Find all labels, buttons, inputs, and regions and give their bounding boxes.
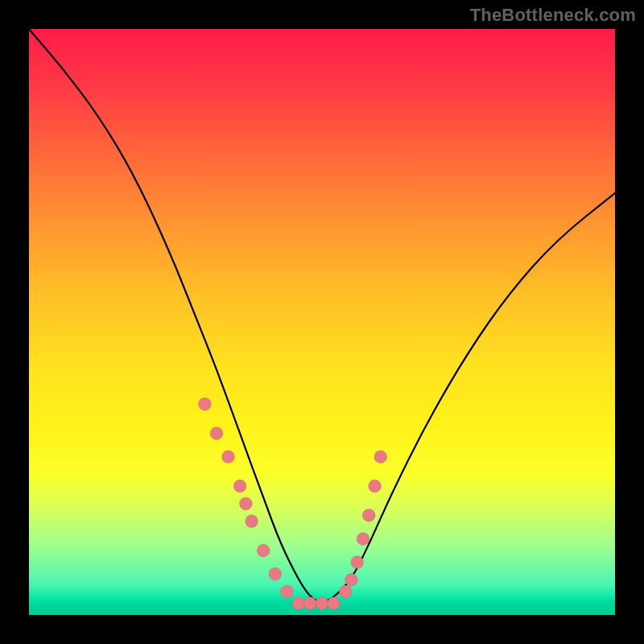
data-point <box>233 480 246 493</box>
chart-frame: TheBottleneck.com <box>0 0 644 644</box>
data-point <box>345 573 357 586</box>
data-point <box>351 556 364 569</box>
data-point <box>316 597 328 609</box>
data-point <box>222 450 235 463</box>
data-point <box>239 497 252 510</box>
data-point <box>328 597 341 609</box>
bottleneck-curve <box>29 29 615 602</box>
data-point <box>357 532 369 545</box>
data-point <box>269 568 282 580</box>
data-point <box>369 480 382 493</box>
chart-svg <box>29 29 615 615</box>
data-point <box>292 597 305 609</box>
data-points-group <box>198 398 386 610</box>
data-point <box>257 544 270 557</box>
data-point <box>362 509 375 522</box>
data-point <box>246 515 258 528</box>
watermark-text: TheBottleneck.com <box>470 5 636 26</box>
data-point <box>303 597 316 609</box>
data-point <box>374 450 387 463</box>
data-point <box>280 585 293 598</box>
data-point <box>210 427 223 440</box>
data-point <box>198 398 211 411</box>
plot-area <box>29 29 615 615</box>
data-point <box>339 585 352 598</box>
